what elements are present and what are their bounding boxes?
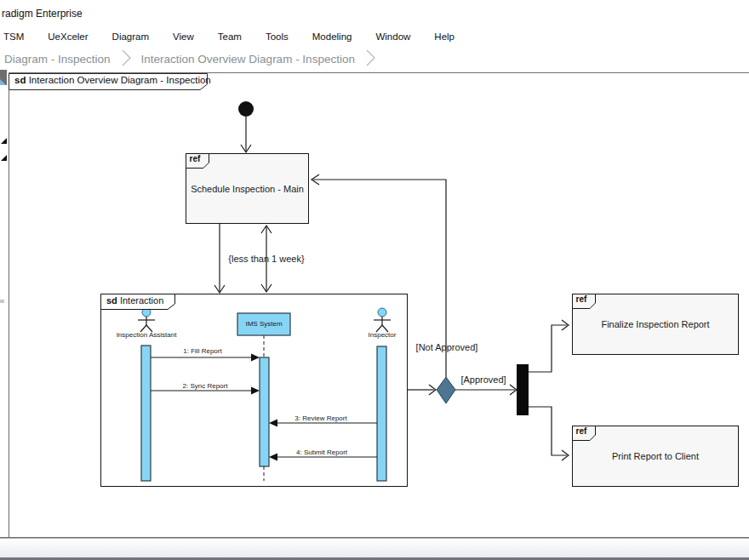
lifeline-ims-system-label: IMS System — [237, 313, 290, 335]
frame-keyword: sd — [14, 75, 26, 85]
panel-expand-arrow-icon[interactable] — [1, 155, 7, 161]
interaction-frame-tab: sd Interaction — [100, 294, 175, 310]
initial-node[interactable] — [238, 101, 254, 117]
breadcrumb: Diagram - Inspection Interaction Overvie… — [0, 48, 749, 71]
ref-node-finalize-report[interactable]: ref Finalize Inspection Report — [572, 294, 739, 355]
duration-constraint-label: {less than 1 week} — [215, 254, 317, 264]
edge-fork-to-print[interactable] — [529, 407, 567, 455]
ref-tab: ref — [186, 153, 209, 169]
finalize-node-label: Finalize Inspection Report — [601, 319, 709, 329]
visual-paradigm-window: radigm Enterprise TSM UeXceler Diagram V… — [0, 0, 749, 560]
ref-node-print-report[interactable]: ref Print Report to Client — [572, 426, 739, 487]
title-bar: radigm Enterprise — [0, 0, 749, 26]
menu-window[interactable]: Window — [363, 27, 422, 46]
menu-team[interactable]: Team — [206, 27, 254, 46]
breadcrumb-item-diagram-inspection[interactable]: Diagram - Inspection — [0, 53, 116, 66]
menu-modeling[interactable]: Modeling — [300, 27, 364, 46]
fork-node[interactable] — [517, 364, 529, 415]
status-bar — [0, 538, 749, 557]
lifeline-inspection-assistant-label: Inspection Assistant — [104, 331, 189, 339]
schedule-node-label: Schedule Inspection - Main — [191, 184, 304, 194]
chevron-right-icon — [121, 49, 132, 71]
frame-title: Interaction Overview Diagram - Inspectio… — [29, 75, 211, 85]
menu-view[interactable]: View — [161, 27, 206, 46]
diagram-frame-tab[interactable]: sd Interaction Overview Diagram - Inspec… — [9, 73, 208, 90]
interaction-keyword: sd — [106, 295, 117, 306]
message-fill-report-label: 1: Fill Report — [156, 347, 249, 355]
window-title: radigm Enterprise — [2, 8, 83, 20]
ref-tab: ref — [572, 426, 596, 441]
panel-edge-mark — [0, 300, 4, 303]
guard-not-approved-label: [Not Approved] — [396, 342, 498, 352]
ref-node-schedule-inspection[interactable]: ref Schedule Inspection - Main — [186, 153, 309, 224]
message-sync-report-label: 2: Sync Report — [158, 382, 252, 390]
handle-corner-icon — [0, 79, 6, 85]
message-submit-report-label: 4: Submit Report — [275, 449, 369, 456]
breadcrumb-item-interaction-overview[interactable]: Interaction Overview Diagram - Inspectio… — [137, 53, 360, 66]
edge-fork-to-finalize[interactable] — [529, 325, 567, 372]
chevron-right-icon — [365, 49, 376, 71]
interaction-title: Interaction — [120, 295, 163, 306]
guard-approved-label: [Approved] — [441, 374, 526, 385]
ref-keyword: ref — [190, 154, 201, 163]
diagram-canvas[interactable]: sd Interaction Overview Diagram - Inspec… — [0, 71, 749, 538]
ref-keyword: ref — [576, 426, 587, 436]
menu-help[interactable]: Help — [422, 27, 466, 46]
ref-tab: ref — [572, 294, 596, 309]
print-node-label: Print Report to Client — [612, 451, 699, 461]
message-review-report-label: 3: Review Report — [274, 414, 368, 422]
lifeline-inspector-label: Inspector — [340, 331, 425, 339]
menu-uexceler[interactable]: UeXceler — [36, 27, 100, 46]
panel-expand-arrow-icon[interactable] — [1, 138, 7, 144]
menu-diagram[interactable]: Diagram — [100, 27, 161, 46]
menu-tools[interactable]: Tools — [254, 27, 300, 46]
ref-keyword: ref — [576, 294, 587, 304]
panel-collapse-handle[interactable] — [0, 70, 7, 85]
menu-tsm[interactable]: TSM — [0, 27, 36, 46]
menu-bar: TSM UeXceler Diagram View Team Tools Mod… — [0, 26, 749, 48]
